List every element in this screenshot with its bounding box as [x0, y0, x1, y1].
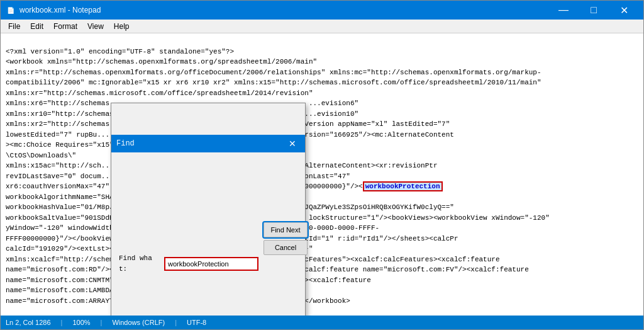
- status-line-ending: Windows (CRLF): [112, 319, 165, 326]
- find-dialog-titlebar: Find ✕: [111, 135, 305, 152]
- menu-bar: File Edit Format View Help: [1, 20, 643, 33]
- find-dialog: Find ✕ Find what: Direction: [111, 103, 306, 316]
- close-button[interactable]: ✕: [609, 1, 638, 20]
- find-what-label: Find what:: [119, 253, 159, 274]
- find-left-panel: Find what: Direction Up: [119, 222, 258, 316]
- cancel-button[interactable]: Cancel: [264, 240, 308, 255]
- find-buttons-panel: Find Next Cancel: [264, 222, 308, 316]
- find-dialog-title: Find: [116, 138, 285, 149]
- find-dialog-body: Find what: Direction Up: [111, 194, 305, 316]
- maximize-button[interactable]: □: [579, 1, 608, 20]
- find-dialog-close-button[interactable]: ✕: [285, 137, 300, 150]
- menu-help[interactable]: Help: [109, 21, 135, 32]
- minimize-button[interactable]: —: [549, 1, 578, 20]
- window-controls: — □ ✕: [549, 1, 638, 20]
- main-window: 📄 workbook.xml - Notepad — □ ✕ File Edit…: [0, 0, 644, 330]
- menu-edit[interactable]: Edit: [25, 21, 48, 32]
- title-bar: 📄 workbook.xml - Notepad — □ ✕: [1, 1, 643, 20]
- app-icon: 📄: [6, 5, 16, 15]
- find-what-row: Find what:: [119, 253, 258, 274]
- find-next-button[interactable]: Find Next: [264, 222, 308, 237]
- menu-view[interactable]: View: [82, 21, 109, 32]
- status-position: Ln 2, Col 1286: [6, 319, 51, 326]
- menu-format[interactable]: Format: [48, 21, 82, 32]
- status-bar: Ln 2, Col 1286 | 100% | Windows (CRLF) |…: [1, 316, 643, 329]
- highlight-workbookprotection: workbookProtection: [363, 181, 443, 191]
- find-what-input[interactable]: [164, 257, 258, 271]
- text-content[interactable]: <?xml version="1.0" encoding="UTF-8" sta…: [1, 33, 643, 316]
- window-title: workbook.xml - Notepad: [19, 6, 549, 14]
- status-zoom: 100%: [72, 319, 90, 326]
- menu-file[interactable]: File: [3, 21, 25, 32]
- status-encoding: UTF-8: [187, 319, 206, 326]
- find-main-row: Find what: Direction Up: [119, 222, 297, 316]
